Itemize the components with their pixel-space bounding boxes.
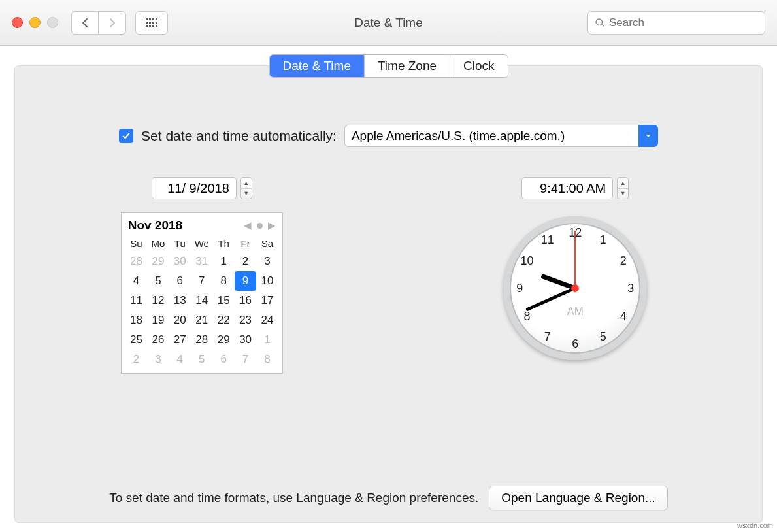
calendar-day[interactable]: 27 (169, 330, 191, 350)
date-stepper: ▲▼ (152, 177, 252, 199)
calendar-day[interactable]: 6 (212, 350, 234, 369)
calendar-day[interactable]: 4 (169, 350, 191, 369)
chevron-down-icon (644, 131, 653, 141)
calendar-day[interactable]: 5 (191, 350, 212, 369)
clock-ampm-label: AM (567, 305, 584, 318)
calendar-day[interactable]: 25 (125, 330, 147, 350)
minimize-window-button[interactable] (29, 17, 41, 28)
checkmark-icon (121, 131, 131, 141)
calendar-day[interactable]: 11 (125, 291, 147, 310)
calendar-day[interactable]: 26 (147, 330, 169, 350)
calendar-day[interactable]: 15 (212, 291, 234, 310)
calendar-dow: Mo (147, 235, 169, 252)
clock-number: 9 (516, 282, 523, 295)
search-icon (595, 18, 605, 28)
search-input[interactable] (609, 16, 758, 29)
chevron-left-icon (81, 18, 89, 28)
calendar-day[interactable]: 13 (169, 291, 191, 310)
calendar-day[interactable]: 12 (147, 291, 169, 310)
tab-date-time[interactable]: Date & Time (269, 55, 365, 77)
calendar-day[interactable]: 1 (212, 252, 234, 271)
calendar-day[interactable]: 16 (235, 291, 256, 310)
calendar-dow: Sa (256, 235, 278, 252)
calendar: Nov 2018 ◀ ▶ SuMoTuWeThFrSa2829303112345… (121, 212, 283, 374)
calendar-day[interactable]: 1 (256, 330, 278, 350)
watermark: wsxdn.com (737, 522, 773, 529)
date-spinner[interactable]: ▲▼ (240, 177, 252, 199)
time-server-input[interactable] (344, 125, 638, 147)
calendar-day[interactable]: 29 (147, 252, 169, 271)
calendar-day[interactable]: 7 (235, 350, 256, 369)
calendar-next-button[interactable]: ▶ (268, 220, 276, 231)
calendar-day[interactable]: 28 (191, 330, 212, 350)
calendar-day[interactable]: 9 (235, 271, 256, 291)
calendar-day[interactable]: 6 (169, 271, 191, 291)
calendar-prev-button[interactable]: ◀ (244, 220, 252, 231)
calendar-day[interactable]: 30 (169, 252, 191, 271)
clock-number: 3 (627, 282, 634, 295)
back-button[interactable] (71, 11, 99, 35)
clock-number: 4 (620, 309, 627, 323)
stepper-up-icon[interactable]: ▲ (241, 178, 252, 189)
calendar-day[interactable]: 21 (191, 310, 212, 330)
calendar-day[interactable]: 20 (169, 310, 191, 330)
calendar-day[interactable]: 4 (125, 271, 147, 291)
time-server-dropdown[interactable] (638, 125, 658, 147)
time-spinner[interactable]: ▲▼ (617, 177, 629, 199)
calendar-day[interactable]: 14 (191, 291, 212, 310)
close-window-button[interactable] (12, 17, 23, 28)
time-server-combo[interactable] (344, 125, 658, 147)
calendar-day[interactable]: 2 (125, 350, 147, 369)
auto-set-label: Set date and time automatically: (141, 128, 337, 144)
calendar-day[interactable]: 31 (191, 252, 212, 271)
title-bar: Date & Time (0, 0, 777, 46)
clock-number: 1 (600, 233, 606, 247)
calendar-day[interactable]: 29 (212, 330, 234, 350)
calendar-day[interactable]: 3 (256, 252, 278, 271)
date-time-section: ▲▼ Nov 2018 ◀ ▶ SuMoTuWeThFrSa2829303112… (15, 177, 762, 374)
calendar-day[interactable]: 22 (212, 310, 234, 330)
search-field[interactable] (587, 11, 765, 35)
calendar-day[interactable]: 17 (256, 291, 278, 310)
date-input[interactable] (152, 177, 237, 199)
tab-time-zone[interactable]: Time Zone (365, 55, 450, 77)
calendar-day[interactable]: 3 (147, 350, 169, 369)
calendar-today-button[interactable] (257, 223, 263, 229)
window-title: Date & Time (354, 16, 423, 30)
calendar-day[interactable]: 10 (256, 271, 278, 291)
calendar-day[interactable]: 30 (235, 330, 256, 350)
auto-set-checkbox[interactable] (119, 129, 133, 143)
chevron-right-icon (108, 18, 116, 28)
open-language-region-button[interactable]: Open Language & Region... (489, 486, 668, 510)
grid-icon (146, 18, 157, 27)
clock-number: 5 (600, 329, 606, 343)
clock-number: 7 (544, 329, 551, 343)
calendar-day[interactable]: 28 (125, 252, 147, 271)
calendar-day[interactable]: 7 (191, 271, 212, 291)
calendar-dow: Fr (235, 235, 256, 252)
forward-button (99, 11, 126, 35)
tab-clock[interactable]: Clock (450, 55, 508, 77)
calendar-day[interactable]: 5 (147, 271, 169, 291)
calendar-day[interactable]: 2 (235, 252, 256, 271)
stepper-down-icon[interactable]: ▼ (241, 189, 252, 199)
calendar-dow: Th (212, 235, 234, 252)
time-input[interactable] (521, 177, 613, 199)
calendar-day[interactable]: 19 (147, 310, 169, 330)
footer-text: To set date and time formats, use Langua… (109, 491, 478, 505)
calendar-dow: Su (125, 235, 147, 252)
calendar-dow: We (191, 235, 212, 252)
stepper-down-icon[interactable]: ▼ (618, 189, 628, 199)
clock-number: 2 (620, 254, 627, 267)
calendar-dow: Tu (169, 235, 191, 252)
calendar-day[interactable]: 8 (256, 350, 278, 369)
calendar-day[interactable]: 24 (256, 310, 278, 330)
clock-number: 11 (541, 233, 554, 247)
calendar-day[interactable]: 18 (125, 310, 147, 330)
clock-face: 121234567891011 AM (503, 216, 647, 360)
calendar-day[interactable]: 8 (212, 271, 234, 291)
show-all-button[interactable] (135, 11, 168, 35)
calendar-day[interactable]: 23 (235, 310, 256, 330)
calendar-month-label: Nov 2018 (128, 218, 244, 233)
stepper-up-icon[interactable]: ▲ (618, 178, 628, 189)
